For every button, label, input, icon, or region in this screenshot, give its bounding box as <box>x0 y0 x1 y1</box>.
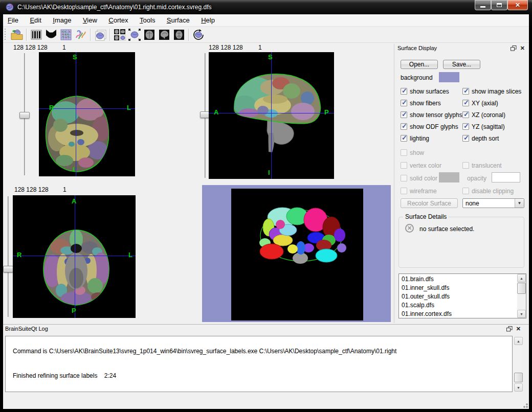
checkbox-xz-coronal[interactable]: XZ (coronal) <box>462 111 505 119</box>
menu-help[interactable]: Help <box>196 14 219 27</box>
scroll-up-icon[interactable]: ▲ <box>517 274 526 282</box>
checkbox-show-image-slices[interactable]: show image slices <box>462 88 521 95</box>
sagittal-slice-button[interactable] <box>157 27 171 42</box>
list-item[interactable]: 01.brain.dfs <box>399 275 516 284</box>
log-output[interactable]: Command is C:\Users\AK\BrainSuite13\svre… <box>5 336 513 392</box>
scroll-down-icon[interactable]: ▼ <box>514 383 523 392</box>
checkbox-icon[interactable] <box>462 123 469 130</box>
quad-view-button[interactable] <box>112 27 127 42</box>
rotate-view-button[interactable] <box>191 27 206 42</box>
title-bar[interactable]: C:\Users\AK\Desktop\sample_ctf\Anatomy\0… <box>0 0 532 14</box>
checkbox-icon[interactable] <box>462 88 469 95</box>
save-surface-button[interactable]: Save... <box>443 60 480 69</box>
checkbox-show-surfaces[interactable]: show surfaces <box>401 88 449 95</box>
tensor-glyph-button[interactable] <box>58 27 73 42</box>
checkbox-translucent[interactable]: translucent <box>462 162 502 169</box>
checkbox-xy-axial[interactable]: XY (axial) <box>462 100 498 107</box>
list-item[interactable]: 01.outer_skull.dfs <box>399 292 516 301</box>
scrollbar-thumb[interactable] <box>514 373 523 382</box>
menu-surface[interactable]: Surface <box>162 14 194 27</box>
checkbox-yz-sagittal[interactable]: YZ (sagittal) <box>462 123 505 130</box>
opacity-input[interactable] <box>492 172 520 182</box>
checkbox-disable-clipping[interactable]: disable clipping <box>462 188 514 195</box>
checkbox-icon[interactable] <box>401 162 407 169</box>
toolbar-grip[interactable] <box>5 29 7 41</box>
close-panel-icon[interactable]: ✕ <box>520 45 525 52</box>
menu-cortex[interactable]: Cortex <box>104 14 132 27</box>
list-item[interactable]: 01.inner_skull.dfs <box>399 284 516 292</box>
checkbox-depth-sort[interactable]: depth sort <box>462 135 499 142</box>
close-button[interactable]: ✕ <box>507 0 528 10</box>
checkbox-solid-color[interactable]: solid color <box>401 175 437 182</box>
recolor-surface-button[interactable]: Recolor Surface <box>401 198 458 208</box>
axial-slice-button[interactable] <box>171 27 186 42</box>
checkbox-show-fibers[interactable]: show fibers <box>401 100 441 107</box>
maximize-button[interactable] <box>491 0 507 10</box>
log-scrollbar[interactable]: ▲ ▼ <box>514 337 523 392</box>
open-surface-button[interactable]: Open... <box>401 60 438 69</box>
surface-display-header[interactable]: Surface Display ✕ <box>394 44 528 53</box>
checkbox-icon[interactable] <box>401 135 407 142</box>
checkbox-icon[interactable] <box>462 188 469 194</box>
checkbox-icon[interactable] <box>401 88 407 95</box>
mask-button[interactable] <box>43 27 58 42</box>
volume-button[interactable] <box>29 27 43 42</box>
list-item[interactable]: 01.scalp.dfs <box>399 301 516 310</box>
surface-file-list[interactable]: 01.brain.dfs 01.inner_skull.dfs 01.outer… <box>398 273 526 318</box>
coronal-slice-slider[interactable] <box>19 52 30 176</box>
checkbox-vertex-color[interactable]: vertex color <box>401 162 441 169</box>
checkbox-icon[interactable] <box>401 123 407 130</box>
open-file-button[interactable] <box>9 27 24 42</box>
surface-3d-view[interactable] <box>202 185 391 322</box>
surface-3d-canvas[interactable] <box>231 189 363 321</box>
zoom-fit-button[interactable] <box>127 27 142 42</box>
list-item[interactable]: 01.inner.cortex.dfs <box>399 310 516 318</box>
float-panel-icon[interactable] <box>511 45 517 51</box>
checkbox-lighting[interactable]: lighting <box>401 135 429 142</box>
surface-view-button[interactable] <box>93 27 107 42</box>
scrollbar-thumb[interactable] <box>517 283 526 294</box>
recolor-mode-dropdown[interactable]: none ▼ <box>462 198 524 208</box>
background-color-swatch[interactable] <box>439 72 459 82</box>
log-panel-header[interactable]: BrainSuiteQt Log ✕ <box>3 325 529 334</box>
menu-image[interactable]: Image <box>48 14 76 27</box>
checkbox-show[interactable]: show <box>401 149 424 156</box>
checkbox-icon[interactable] <box>462 162 469 169</box>
coronal-slice-icon <box>143 28 156 41</box>
checkbox-icon[interactable] <box>401 149 407 156</box>
slider-handle[interactable] <box>19 112 30 119</box>
menu-file[interactable]: File <box>3 14 23 27</box>
chevron-down-icon[interactable]: ▼ <box>515 199 524 208</box>
slider-handle[interactable] <box>3 266 13 272</box>
scroll-up-icon[interactable]: ▲ <box>514 337 523 345</box>
coronal-view[interactable]: S I R L <box>39 52 135 176</box>
menu-tools[interactable]: Tools <box>135 14 160 27</box>
checkbox-icon[interactable] <box>401 188 407 194</box>
coronal-brain-image <box>39 52 135 176</box>
float-panel-icon[interactable] <box>506 326 513 332</box>
menu-view[interactable]: View <box>78 14 102 27</box>
opacity-label: opacity <box>467 175 486 182</box>
scroll-down-icon[interactable]: ▼ <box>517 310 526 318</box>
checkbox-icon[interactable] <box>401 100 407 106</box>
solid-color-swatch[interactable] <box>439 172 459 182</box>
checkbox-show-tensor-glyphs[interactable]: show tensor glyphs <box>401 111 462 119</box>
checkbox-icon[interactable] <box>462 135 469 142</box>
zoom-fit-icon <box>128 28 141 41</box>
axial-view[interactable]: A P R L <box>13 195 136 318</box>
close-panel-icon[interactable]: ✕ <box>516 326 521 332</box>
checkbox-icon[interactable] <box>401 175 407 181</box>
fibers-button[interactable] <box>73 27 88 42</box>
checkbox-icon[interactable] <box>462 100 469 106</box>
file-list-scrollbar[interactable]: ▲ ▼ <box>517 274 526 318</box>
coronal-slice-button[interactable] <box>142 27 157 42</box>
sagittal-view[interactable]: S I A P <box>209 52 334 179</box>
checkbox-icon[interactable] <box>462 111 469 118</box>
window-resize-grip[interactable] <box>522 402 528 408</box>
checkbox-wireframe[interactable]: wireframe <box>401 188 437 195</box>
checkbox-icon[interactable] <box>401 111 407 118</box>
checkbox-show-odf-glyphs[interactable]: show ODF glyphs <box>401 123 458 130</box>
axial-slice-slider[interactable] <box>3 195 13 318</box>
menu-edit[interactable]: Edit <box>25 14 46 27</box>
minimize-button[interactable] <box>475 0 491 10</box>
